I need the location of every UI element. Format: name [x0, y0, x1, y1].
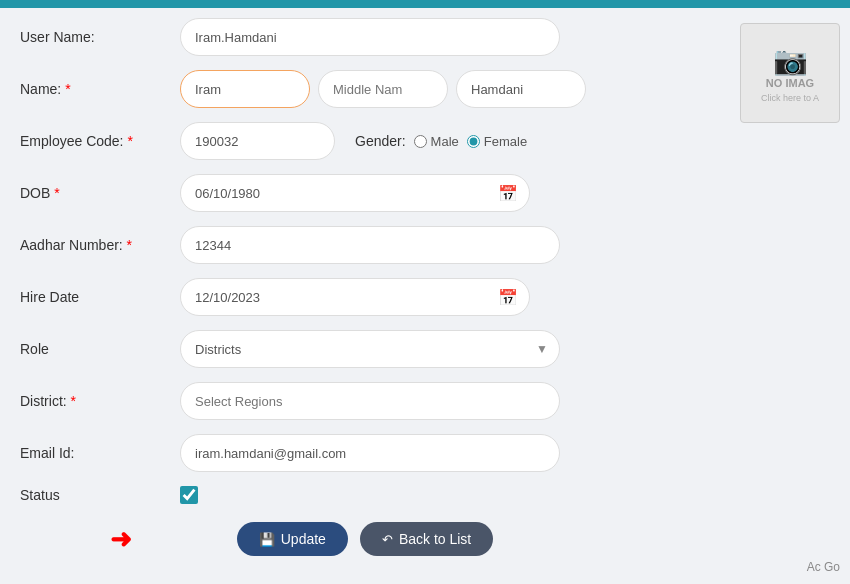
top-bar: [0, 0, 850, 8]
back-icon: ↶: [382, 532, 393, 547]
firstname-input[interactable]: [180, 70, 310, 108]
lastname-input[interactable]: [456, 70, 586, 108]
photo-box[interactable]: 📷 NO IMAG Click here to A: [740, 23, 840, 123]
dob-label: DOB *: [20, 185, 180, 201]
aadhar-label: Aadhar Number: *: [20, 237, 180, 253]
gender-female-label[interactable]: Female: [467, 134, 527, 149]
camera-icon: 📷: [773, 44, 808, 77]
district-label: District: *: [20, 393, 180, 409]
status-row: Status: [20, 486, 710, 504]
empcode-label: Employee Code: *: [20, 133, 180, 149]
district-row: District: *: [20, 382, 710, 420]
dob-row: DOB * 📅: [20, 174, 710, 212]
aadhar-input[interactable]: [180, 226, 560, 264]
empcode-required: *: [127, 133, 132, 149]
aadhar-row: Aadhar Number: *: [20, 226, 710, 264]
email-input[interactable]: [180, 434, 560, 472]
gender-group: Gender: Male Female: [355, 133, 527, 149]
hiredate-input[interactable]: [180, 278, 530, 316]
page-container: User Name: Name: * Employee Code: *: [0, 0, 850, 584]
status-label: Status: [20, 487, 180, 503]
main-content: User Name: Name: * Employee Code: *: [0, 8, 850, 556]
hiredate-label: Hire Date: [20, 289, 180, 305]
gender-male-label[interactable]: Male: [414, 134, 459, 149]
no-image-container: 📷 NO IMAG Click here to A: [761, 44, 819, 103]
role-select[interactable]: Districts: [180, 330, 560, 368]
gender-male-radio[interactable]: [414, 135, 427, 148]
district-required: *: [71, 393, 76, 409]
name-row: Name: *: [20, 70, 710, 108]
role-label: Role: [20, 341, 180, 357]
username-row: User Name:: [20, 18, 710, 56]
status-checkbox[interactable]: [180, 486, 198, 504]
name-label: Name: *: [20, 81, 180, 97]
back-to-list-button[interactable]: ↶ Back to List: [360, 522, 493, 556]
form-area: User Name: Name: * Employee Code: *: [0, 18, 730, 556]
role-row: Role Districts ▼: [20, 330, 710, 368]
email-label: Email Id:: [20, 445, 180, 461]
email-row: Email Id:: [20, 434, 710, 472]
photo-area: 📷 NO IMAG Click here to A: [730, 18, 850, 556]
aadhar-required: *: [127, 237, 132, 253]
username-input[interactable]: [180, 18, 560, 56]
username-label: User Name:: [20, 29, 180, 45]
role-select-wrapper: Districts ▼: [180, 330, 560, 368]
empcode-row: Employee Code: * Gender: Male Female: [20, 122, 710, 160]
update-icon: 💾: [259, 532, 275, 547]
name-required: *: [65, 81, 70, 97]
gender-female-radio[interactable]: [467, 135, 480, 148]
bottom-right-text: Ac Go: [807, 560, 840, 574]
red-arrow-icon: ➜: [110, 524, 132, 555]
no-image-text: NO IMAG: [766, 77, 814, 89]
hiredate-wrapper: 📅: [180, 278, 530, 316]
district-input[interactable]: [180, 382, 560, 420]
footer-buttons: ➜ 💾 Update ↶ Back to List: [20, 522, 710, 556]
dob-input[interactable]: [180, 174, 530, 212]
gender-label: Gender:: [355, 133, 406, 149]
click-here-text: Click here to A: [761, 93, 819, 103]
dob-required: *: [54, 185, 59, 201]
dob-wrapper: 📅: [180, 174, 530, 212]
empcode-input[interactable]: [180, 122, 335, 160]
middlename-input[interactable]: [318, 70, 448, 108]
update-button[interactable]: 💾 Update: [237, 522, 348, 556]
hiredate-row: Hire Date 📅: [20, 278, 710, 316]
arrow-indicator: ➜: [110, 524, 132, 555]
